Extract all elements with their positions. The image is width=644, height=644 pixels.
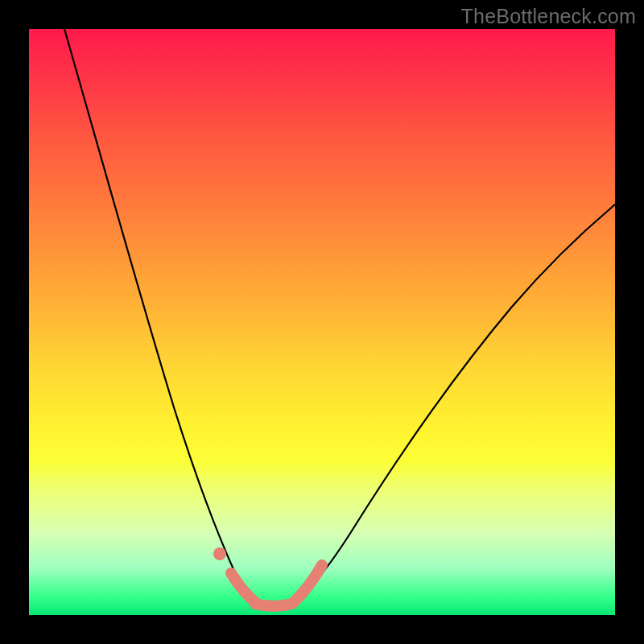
marker-left-dot — [213, 547, 226, 560]
marker-floor-segment — [255, 604, 292, 606]
plot-area — [29, 29, 615, 615]
chart-frame: TheBottleneck.com — [0, 0, 644, 644]
watermark-text: TheBottleneck.com — [461, 5, 636, 28]
curve-layer — [29, 29, 615, 615]
marker-left-segment — [231, 573, 255, 602]
marker-right-segment — [294, 565, 322, 602]
curve-left-branch — [64, 29, 261, 605]
curve-right-branch — [287, 204, 615, 605]
